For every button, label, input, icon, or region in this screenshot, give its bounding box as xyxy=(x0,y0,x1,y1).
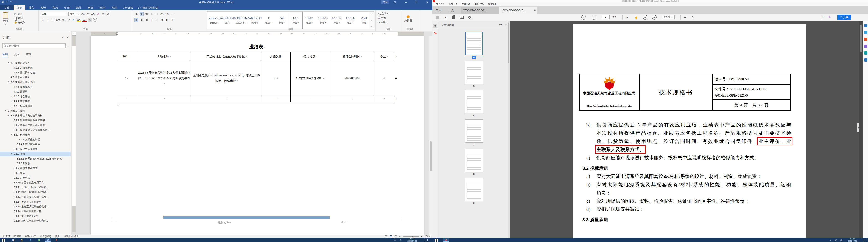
nav-tree-item[interactable]: 5.1.3 职业健康安全管理体系认... xyxy=(0,128,70,132)
tree-toggle-icon[interactable]: ▶ xyxy=(9,152,14,156)
comment-icon[interactable]: 🗨 xyxy=(820,15,824,20)
nav-tree-item[interactable]: 5.1.9 进度承诺 xyxy=(0,176,70,180)
nav-tree-item[interactable]: ▶5.1 技术规格书内容证明资料 xyxy=(0,113,70,118)
table-cell[interactable]: ↵ xyxy=(374,96,394,102)
search-input[interactable] xyxy=(2,43,66,48)
format-painter-button[interactable]: 格式刷 xyxy=(14,21,25,25)
tab-tools[interactable]: 工具 xyxy=(445,7,458,14)
phonetic-guide-button[interactable]: 文 xyxy=(101,12,105,16)
zoom-level[interactable]: 130% xyxy=(425,235,431,238)
line-spacing-button[interactable]: ↕≡▾ xyxy=(160,18,164,22)
clock-left[interactable]: 14:312025-07-29 xyxy=(405,238,419,242)
accessibility-status[interactable]: 辅助功能: 调查 xyxy=(64,235,79,238)
ribbon-tab-布局[interactable]: 布局 xyxy=(49,5,61,10)
tools-pane-toggle[interactable]: ◀ xyxy=(857,123,859,132)
style-标题 4[interactable]: 1.1.1.1标题 4 xyxy=(303,11,316,29)
table-cell[interactable]: 2023年6月物资采购计划31大类太阳能电源（31-01-WII-202306包… xyxy=(137,61,191,96)
insert-mode-status[interactable]: 插入 xyxy=(55,235,60,238)
nav-tree-item[interactable]: 5.1.6.1 合同LHSY-WZGS-2023-MM-6577 xyxy=(0,156,70,161)
zoom-slider[interactable] xyxy=(403,236,419,237)
style-标题 3[interactable]: 1.1.1标题 3 xyxy=(289,11,303,29)
zoom-slider-handle[interactable] xyxy=(412,236,413,237)
bold-button[interactable]: B xyxy=(40,18,44,22)
borders-button[interactable]: ⊞▾ xyxy=(171,18,175,22)
find-button[interactable]: 查找▾ xyxy=(378,11,388,16)
table-header-cell[interactable]: 签订合同时间↵ xyxy=(330,52,374,61)
align-left-button[interactable]: ≡ xyxy=(134,18,138,22)
zoom-out-icon[interactable]: − xyxy=(643,15,647,20)
style-Default[interactable]: AaBbCcIDefault xyxy=(207,11,221,29)
nav-tree-item[interactable]: 5.1.16 光伏组件数量计算 xyxy=(0,209,70,214)
table-cell[interactable]: ↵ xyxy=(117,96,137,102)
zoom-in-icon[interactable]: + xyxy=(652,15,656,20)
input-method-indicator[interactable]: 中 xyxy=(399,238,402,242)
table-cell[interactable]: ↵ xyxy=(291,96,330,102)
table-cell[interactable]: ↵ xyxy=(137,96,191,102)
tree-toggle-icon[interactable]: ▷ xyxy=(11,95,13,99)
web-layout-icon[interactable] xyxy=(395,235,397,237)
align-right-button[interactable]: ≡ xyxy=(145,18,149,22)
tab-home[interactable]: 主页 xyxy=(432,7,445,14)
single-page-view-icon[interactable]: ▯ xyxy=(692,15,694,20)
shrink-font-button[interactable]: A˅ xyxy=(86,12,90,16)
align-center-button[interactable]: ≡ xyxy=(140,18,144,22)
panel-options-icon[interactable]: ⊞▾ xyxy=(499,23,502,26)
char-shading-button[interactable]: A xyxy=(88,18,92,22)
nav-tab-页面[interactable]: 页面 xyxy=(14,52,20,57)
tree-toggle-icon[interactable]: ▷ xyxy=(11,99,13,104)
nav-options-icon[interactable]: ˅ xyxy=(62,36,63,38)
task-view-icon[interactable]: ▦ xyxy=(10,238,16,242)
next-page-button[interactable]: ↓ xyxy=(592,15,596,20)
justify-button[interactable]: ≣ xyxy=(150,18,154,22)
ribbon-tab-视图[interactable]: 视图 xyxy=(96,5,108,10)
document-scrollbar[interactable] xyxy=(429,36,432,235)
ribbon-tab-审阅[interactable]: 审阅 xyxy=(85,5,96,10)
tree-toggle-icon[interactable]: ▶ xyxy=(7,113,11,118)
panel-scrollbar[interactable] xyxy=(508,21,510,238)
ribbon-tab-帮助[interactable]: 帮助 xyxy=(108,5,120,10)
table-cell[interactable]: ↵ xyxy=(262,96,291,102)
nav-tree-item[interactable]: 5.1.6.2 发票 xyxy=(0,161,70,166)
select-button[interactable]: ▻选择▾ xyxy=(378,20,388,24)
word-count-status[interactable]: 83743个字 xyxy=(25,235,36,238)
volume-icon[interactable]: 🔊 xyxy=(834,238,837,242)
table-cell[interactable]: ↵ xyxy=(191,96,262,102)
search-icon[interactable] xyxy=(65,44,67,47)
nav-tree-item[interactable]: ▶5.1.6 业绩 xyxy=(0,152,70,156)
minimize-button[interactable]: — xyxy=(403,0,409,5)
combine-files-icon[interactable] xyxy=(864,52,867,55)
nav-tree-item[interactable]: 5.1.15 发货至调试前的蓄电池... xyxy=(0,204,70,209)
nav-tree-item[interactable]: ▶4.2 技术否决项2 xyxy=(0,61,70,65)
read-mode-icon[interactable] xyxy=(385,235,388,237)
addins-button[interactable]: 加载项 xyxy=(402,11,414,27)
table-header-cell[interactable]: 供货数量↵ xyxy=(262,52,291,61)
tray-expand-icon-2[interactable]: ˄ xyxy=(829,238,832,242)
ribbon-display-options-icon[interactable]: ⊡ xyxy=(391,0,398,5)
tray-expand-icon[interactable]: ˄ xyxy=(393,238,397,242)
edit-pdf-icon[interactable] xyxy=(864,38,867,41)
page-thumbnail-7[interactable] xyxy=(465,119,483,143)
file-explorer-icon[interactable]: 🗀 xyxy=(19,238,25,242)
text-effects-button[interactable]: A▾ xyxy=(72,18,76,22)
horizontal-ruler[interactable]: 6422468101214161820222426283032343638404… xyxy=(91,32,424,35)
login-button[interactable]: 登录 xyxy=(381,0,390,4)
acrobat-taskbar-icon[interactable]: A xyxy=(54,238,59,242)
bookmarks-icon[interactable]: 🔖 xyxy=(433,31,437,35)
menu-文件(F)[interactable]: 文件(F) xyxy=(434,2,446,6)
export-pdf-icon[interactable] xyxy=(864,24,867,27)
tell-me-search[interactable]: 操作说明搜索 xyxy=(136,5,161,10)
sort-button[interactable]: A↓ xyxy=(166,12,170,16)
pdf-scrollbar-thumb[interactable] xyxy=(860,25,862,52)
page-thumbnail-5[interactable] xyxy=(465,61,483,84)
start-button-2[interactable] xyxy=(435,238,438,242)
italic-button[interactable]: I xyxy=(46,18,50,22)
nav-tree-item[interactable]: 4.4.1 技术规格书 xyxy=(0,84,70,89)
nav-tree-item[interactable]: ▷4.4.3 综合评价 xyxy=(0,94,70,99)
document-tab[interactable]: JZGS-DD-GDGC-Z... xyxy=(461,7,499,14)
tree-toggle-icon[interactable]: ▶ xyxy=(4,109,9,113)
ribbon-tab-开始[interactable]: 开始 xyxy=(14,5,26,10)
create-pdf-icon[interactable] xyxy=(864,31,867,34)
style-标题 7[interactable]: 1.1.1.1.标题 7 xyxy=(343,11,357,29)
nav-tree-item[interactable]: ▶5 技术支持资料 xyxy=(0,108,70,113)
clear-format-button[interactable]: A xyxy=(96,12,100,16)
